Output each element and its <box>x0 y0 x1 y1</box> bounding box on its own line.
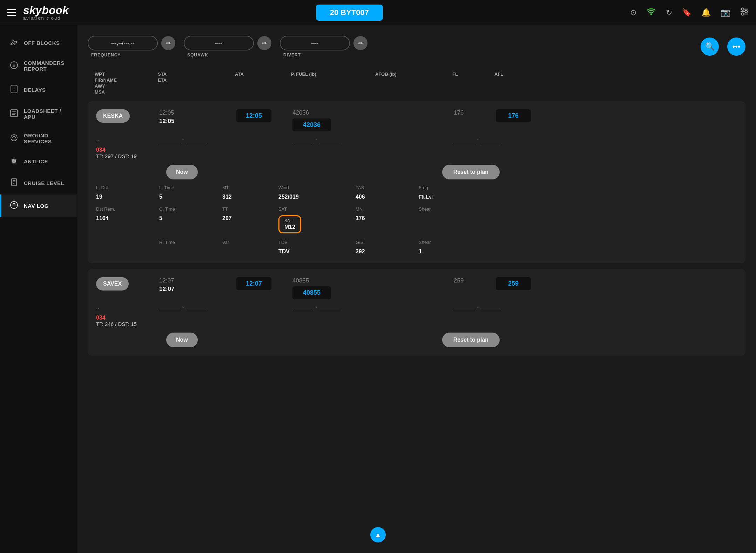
search-button[interactable]: 🔍 <box>701 37 719 56</box>
waypoint-card-keska: KESKA 12:05 12:05 42036 176 <box>88 101 745 263</box>
keska-time-inputs: - <box>159 136 236 143</box>
keska-fuel-input-1[interactable] <box>292 136 313 143</box>
keska-dash-1: - <box>182 137 184 142</box>
logo-subtitle: aviation cloud <box>23 16 69 20</box>
keska-fl-col: 176 <box>454 109 496 116</box>
savex-ata-input[interactable] <box>236 277 271 290</box>
divert-group: ✏ DIVERT <box>280 36 367 57</box>
keska-stats: L. Dst L. Time MT Wind TAS Freq 19 5 312… <box>96 185 737 255</box>
keska-l-time-value: 5 <box>159 194 222 200</box>
flight-id-badge[interactable]: 20 BYT007 <box>316 5 383 21</box>
keska-reset-button[interactable]: Reset to plan <box>442 165 500 179</box>
keska-tas-label: TAS <box>356 185 419 190</box>
sidebar-item-commanders-report[interactable]: COMMANDERS REPORT <box>0 54 77 78</box>
refresh-icon[interactable]: ↻ <box>666 8 672 17</box>
sidebar-item-ground-services[interactable]: GROUND SERVICES <box>0 126 77 151</box>
keska-fl-input-2[interactable] <box>481 136 502 143</box>
anti-ice-icon: ❄ <box>10 157 18 165</box>
svg-point-5 <box>745 10 748 13</box>
frequency-input[interactable] <box>88 36 158 50</box>
sidebar-item-nav-log[interactable]: NAV LOG <box>0 194 77 217</box>
savex-red-value: 034 <box>96 315 106 321</box>
settings-icon[interactable] <box>740 7 749 18</box>
savex-time-input-1[interactable] <box>159 303 180 311</box>
menu-icon[interactable] <box>7 9 16 16</box>
scroll-up-button[interactable]: ▲ <box>370 527 386 542</box>
keska-buttons-row: Now Reset to plan <box>96 165 737 179</box>
keska-red-row: 034 <box>96 147 737 153</box>
keska-fl-input-1[interactable] <box>454 136 475 143</box>
savex-fl-input-1[interactable] <box>454 303 475 311</box>
col-ata: ATA <box>235 71 291 95</box>
savex-reset-button[interactable]: Reset to plan <box>442 333 500 347</box>
keska-stats-labels-1: L. Dst L. Time MT Wind TAS Freq <box>96 185 737 192</box>
sidebar-item-delays[interactable]: DELAYS <box>0 78 77 102</box>
savex-fuel-input-2[interactable] <box>319 303 340 311</box>
keska-fl-plan: 176 <box>454 109 496 116</box>
keska-ata-input[interactable] <box>236 109 271 122</box>
keska-pfuel-input[interactable] <box>292 118 331 131</box>
notification-icon[interactable]: 🔔 <box>701 8 711 17</box>
savex-pfuel-input[interactable] <box>292 286 331 299</box>
frequency-label: FREQUENCY <box>88 53 121 57</box>
svg-point-4 <box>742 8 744 10</box>
bookmark-icon[interactable]: 🔖 <box>682 8 691 17</box>
keska-var-value <box>222 248 278 255</box>
savex-dots: .. <box>96 304 159 310</box>
sidebar-label-cruise-level: CRUISE LEVEL <box>24 180 64 186</box>
divert-input[interactable] <box>280 36 350 50</box>
savex-dash-3: - <box>477 305 479 310</box>
delays-icon <box>10 84 18 95</box>
savex-fuel-input-1[interactable] <box>292 303 313 311</box>
keska-badge: KESKA <box>96 109 130 123</box>
sidebar-label-delays: DELAYS <box>24 87 46 93</box>
sidebar-item-cruise-level[interactable]: CRUISE LEVEL <box>0 172 77 194</box>
savex-tt-dst-text: TT: 246 / DST: 15 <box>96 321 137 327</box>
download-icon[interactable]: ⊙ <box>630 8 636 17</box>
keska-pfuel-col: 42036 <box>292 109 377 131</box>
keska-fuel-input-2[interactable] <box>319 136 340 143</box>
keska-gs-value: 392 <box>356 248 419 255</box>
commanders-report-icon <box>10 61 18 71</box>
keska-freq-label: Freq <box>419 185 468 190</box>
sidebar-label-loadsheet: LOADSHEET / APU <box>24 108 68 120</box>
savex-fl-input-2[interactable] <box>481 303 502 311</box>
divert-edit-button[interactable]: ✏ <box>353 36 367 50</box>
keska-time-input-1[interactable] <box>159 136 180 143</box>
keska-eta: 12:05 <box>159 118 236 125</box>
sidebar-item-anti-ice[interactable]: ❄ ANTI-ICE <box>0 151 77 172</box>
keska-wind-label: Wind <box>278 185 356 190</box>
keska-tas-value: 406 <box>356 194 419 200</box>
keska-l-dst-label: L. Dst <box>96 185 159 190</box>
savex-fuel-inputs: - <box>292 303 377 311</box>
squawk-input-wrap: ✏ <box>184 36 271 50</box>
keska-time-input-2[interactable] <box>186 136 207 143</box>
savex-time-input-2[interactable] <box>186 303 207 311</box>
keska-now-button[interactable]: Now <box>166 165 198 179</box>
squawk-input[interactable] <box>184 36 254 50</box>
keska-afl-col <box>496 109 552 122</box>
sidebar-item-loadsheet[interactable]: LOADSHEET / APU <box>0 102 77 126</box>
savex-ata-col <box>236 277 292 290</box>
savex-badge: SAVEX <box>96 277 129 291</box>
off-blocks-icon <box>10 39 18 47</box>
squawk-label: SQUAWK <box>184 53 208 57</box>
ground-services-icon <box>10 134 18 144</box>
savex-dash-2: - <box>316 305 317 310</box>
more-button[interactable]: ••• <box>727 37 745 56</box>
keska-r-time-label2: R. Time <box>159 240 222 245</box>
savex-tt-dst: TT: 246 / DST: 15 <box>96 321 737 327</box>
frequency-edit-button[interactable]: ✏ <box>161 36 175 50</box>
savex-now-button[interactable]: Now <box>166 333 198 347</box>
savex-time-inputs: - <box>159 303 236 311</box>
keska-mt-label: MT <box>222 185 278 190</box>
squawk-edit-button[interactable]: ✏ <box>257 36 271 50</box>
savex-afl-input[interactable] <box>496 277 531 290</box>
savex-sta: 12:07 <box>159 277 236 284</box>
sidebar-item-off-blocks[interactable]: OFF BLOCKS <box>0 32 77 54</box>
keska-fuel-inputs: - <box>292 136 377 143</box>
camera-icon[interactable]: 📷 <box>721 8 730 17</box>
top-header: skybook aviation cloud 20 BYT007 ⊙ ↻ 🔖 🔔… <box>0 0 756 25</box>
keska-afl-input[interactable] <box>496 109 531 122</box>
svg-point-6 <box>742 13 744 15</box>
